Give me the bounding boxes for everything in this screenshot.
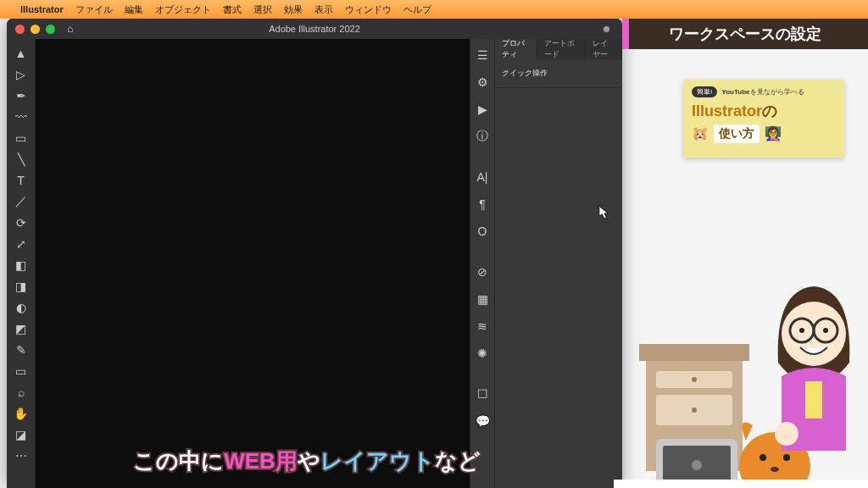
tool-curvature[interactable]: 〰 (9, 108, 33, 126)
tool-more[interactable]: ⋯ (9, 446, 33, 465)
tool-hand[interactable]: ✋ (9, 404, 33, 423)
panel-icon-brushes[interactable]: ≋ (471, 317, 493, 336)
thumb-badge: 簡単! (692, 86, 717, 97)
svg-rect-22 (614, 480, 868, 488)
svg-point-11 (760, 454, 766, 461)
tab-artboards[interactable]: アートボード (537, 39, 586, 59)
svg-rect-4 (656, 395, 732, 425)
tool-rectangle[interactable]: ▭ (9, 129, 33, 147)
tool-eyedropper[interactable]: ✎ (9, 341, 33, 359)
svg-rect-0 (639, 344, 749, 361)
svg-point-18 (799, 328, 804, 333)
course-thumbnail: 簡単! YouTubeを見ながら学べる Illustratorの 🐹 使い方 👩… (683, 80, 844, 158)
menu-view[interactable]: 表示 (314, 3, 333, 16)
tool-eraser[interactable]: ◨ (9, 277, 33, 296)
window-minimize-button[interactable] (31, 25, 40, 34)
tab-properties[interactable]: プロパティ (495, 39, 537, 59)
canvas[interactable] (36, 39, 470, 488)
quick-actions-label: クイック操作 (502, 69, 548, 77)
menu-effect[interactable]: 効果 (284, 3, 303, 16)
tool-selection[interactable]: ▲ (9, 44, 33, 63)
panel-icon-character[interactable]: A| (471, 168, 493, 186)
menu-window[interactable]: ウィンドウ (345, 3, 392, 16)
menu-file[interactable]: ファイル (75, 3, 113, 16)
svg-rect-7 (663, 446, 731, 485)
tool-line[interactable]: ／ (9, 192, 33, 211)
svg-point-5 (692, 408, 697, 413)
panel-icon-paragraph[interactable]: ¶ (471, 195, 493, 214)
slide-title-banner: ワークスペースの設定 (622, 19, 868, 49)
svg-point-14 (782, 302, 846, 366)
svg-point-15 (790, 319, 814, 342)
menu-select[interactable]: 選択 (253, 3, 272, 16)
tool-zoom[interactable]: ⌕ (9, 383, 33, 402)
thumb-main-suffix: の (762, 103, 777, 119)
panel-icon-info[interactable]: ⓘ (471, 127, 493, 146)
tool-fill-stroke[interactable]: ◪ (9, 425, 33, 444)
svg-point-8 (692, 460, 702, 470)
tool-scale[interactable]: ⤢ (9, 235, 33, 253)
svg-point-19 (823, 328, 828, 333)
mac-menubar: Illustrator ファイル 編集 オブジェクト 書式 選択 効果 表示 ウ… (0, 0, 868, 19)
window-close-button[interactable] (15, 25, 25, 34)
thumb-main-brand: Illustrator (692, 103, 762, 119)
thumb-subtitle: を見ながら学べる (750, 88, 804, 96)
panel-icon-swatches[interactable]: ▦ (471, 290, 493, 308)
thumb-brand: YouTube (721, 88, 749, 96)
panel-icon-actions[interactable]: ▶ (471, 100, 493, 119)
svg-point-16 (814, 319, 837, 342)
thumb-main-line: Illustratorの (692, 101, 836, 121)
window-title: Adobe Illustrator 2022 (7, 24, 622, 34)
svg-point-21 (775, 422, 798, 446)
panel-icon-export[interactable]: ☐ (471, 385, 493, 403)
svg-point-10 (739, 432, 810, 488)
thumb-top-line: 簡単! YouTubeを見ながら学べる (692, 86, 836, 97)
right-panel-tabs: プロパティ アートボード レイヤー (495, 39, 622, 59)
tab-layers[interactable]: レイヤー (586, 39, 622, 59)
tool-rotate[interactable]: ⟳ (9, 214, 33, 232)
panel-icon-opentype[interactable]: O (471, 222, 493, 241)
quick-actions-section: クイック操作 (495, 59, 622, 88)
panel-icon-symbols[interactable]: ✺ (471, 344, 493, 363)
menu-type[interactable]: 書式 (223, 3, 242, 16)
tool-pen[interactable]: ✒ (9, 86, 33, 105)
panel-icon-links[interactable]: ⊘ (471, 263, 493, 281)
side-icon-strip: ☰ ⚙ ▶ ⓘ A| ¶ O ⊘ ▦ ≋ ✺ ☐ 💬 (470, 39, 495, 488)
home-icon[interactable]: ⌂ (67, 23, 73, 35)
user-account-icon[interactable]: ☻ (601, 23, 612, 35)
tool-paintbrush[interactable]: ╲ (9, 150, 33, 169)
menu-object[interactable]: オブジェクト (155, 3, 211, 16)
menu-edit[interactable]: 編集 (125, 3, 143, 16)
right-panel: プロパティ アートボード レイヤー クイック操作 (495, 39, 622, 488)
panel-icon-libraries[interactable]: ⚙ (471, 73, 493, 92)
svg-rect-1 (646, 361, 743, 471)
svg-rect-6 (656, 439, 737, 488)
thumb-mascot-small-icon: 🐹 (692, 125, 709, 141)
menu-help[interactable]: ヘルプ (403, 3, 431, 16)
svg-point-12 (783, 454, 790, 461)
svg-point-13 (771, 467, 779, 472)
tool-type[interactable]: T (9, 171, 33, 190)
slide-title-text: ワークスペースの設定 (669, 24, 821, 44)
tool-gradient[interactable]: ◩ (9, 319, 33, 338)
traffic-lights (7, 25, 55, 34)
thumb-sub-label: 使い方 (714, 125, 760, 143)
app-body: ▲ ▷ ✒ 〰 ▭ ╲ T ／ ⟳ ⤢ ◧ ◨ ◐ ◩ ✎ ▭ ⌕ ✋ ◪ ⋯ … (7, 39, 622, 488)
svg-rect-20 (805, 381, 822, 419)
thumb-sub-row: 🐹 使い方 👩‍🏫 (692, 123, 836, 143)
window-zoom-button[interactable] (46, 25, 55, 34)
menubar-app-name[interactable]: Illustrator (20, 4, 64, 14)
presenter-illustration (614, 225, 868, 488)
thumb-presenter-avatar-icon: 👩‍🏫 (765, 125, 782, 141)
tool-shape-builder[interactable]: ◐ (9, 298, 33, 317)
illustrator-window: ⌂ Adobe Illustrator 2022 ☻ ▲ ▷ ✒ 〰 ▭ ╲ T… (7, 19, 622, 488)
svg-rect-2 (656, 371, 732, 388)
svg-marker-9 (644, 480, 754, 488)
tool-width[interactable]: ◧ (9, 256, 33, 274)
tool-direct-selection[interactable]: ▷ (9, 65, 33, 84)
tool-artboard[interactable]: ▭ (9, 362, 33, 380)
window-titlebar: ⌂ Adobe Illustrator 2022 ☻ (7, 19, 622, 39)
svg-point-3 (692, 377, 697, 382)
panel-icon-properties[interactable]: ☰ (471, 46, 493, 64)
panel-icon-comments[interactable]: 💬 (471, 412, 493, 430)
